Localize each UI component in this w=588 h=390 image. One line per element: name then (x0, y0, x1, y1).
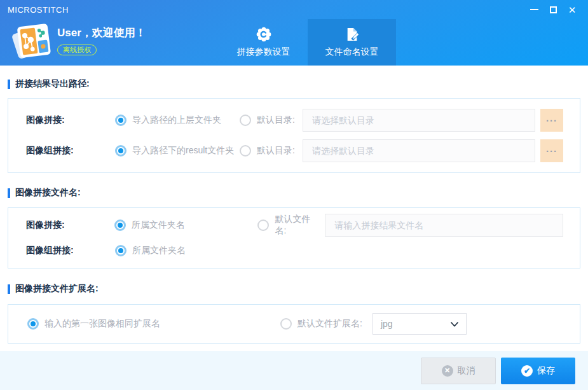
panel-export-path: 图像拼接: 导入路径的上层文件夹 默认目录: ··· 图像组拼接: 导入路径下的… (8, 98, 580, 173)
minimize-button[interactable] (524, 2, 544, 17)
extension-select[interactable]: jpg (373, 313, 467, 335)
default-dir-input[interactable] (303, 139, 535, 162)
maximize-button[interactable] (544, 2, 563, 17)
tab-stitch-params[interactable]: 拼接参数设置 (219, 19, 308, 66)
radio-label[interactable]: 导入路径下的result文件夹 (132, 145, 234, 157)
section-title-export-path: 拼接结果导出路径: (8, 78, 580, 90)
app-logo-icon (11, 22, 53, 61)
gear-icon (256, 27, 271, 42)
app-window: MICROSTITCH ✕ (0, 0, 588, 390)
footer-bar: ✕ 取消 ✔ 保存 (0, 351, 588, 390)
radio-default-dir[interactable] (240, 145, 251, 157)
maximize-icon (550, 6, 557, 13)
radio-label[interactable]: 默认文件扩展名: (297, 318, 362, 330)
cancel-x-icon: ✕ (442, 365, 453, 377)
cancel-button[interactable]: ✕ 取消 (421, 358, 496, 384)
radio-default-dir[interactable] (240, 115, 251, 126)
option-upper-folder: 导入路径的上层文件夹 (115, 115, 240, 126)
minimize-icon (530, 9, 538, 10)
radio-default-extension[interactable] (280, 318, 292, 330)
section-bar (8, 80, 10, 89)
app-title: MICROSTITCH (8, 5, 69, 15)
row-image-stitch-name: 图像拼接: 所属文件夹名 默认文件名: (26, 212, 563, 238)
tab-label: 文件命名设置 (325, 46, 379, 58)
titlebar: MICROSTITCH ✕ (0, 0, 588, 19)
section-title-text: 拼接结果导出路径: (15, 78, 90, 90)
tab-file-naming[interactable]: 文件命名设置 (308, 19, 396, 66)
close-button[interactable]: ✕ (563, 2, 582, 17)
panel-file-name: 图像拼接: 所属文件夹名 默认文件名: 图像组拼接: 所属文件夹名 (8, 207, 580, 268)
top-blue-area: MICROSTITCH ✕ (0, 0, 588, 66)
radio-label[interactable]: 所属文件夹名 (132, 245, 186, 256)
section-title-file-name: 图像拼接文件名: (8, 187, 580, 198)
radio-label[interactable]: 默认目录: (257, 115, 295, 126)
tab-bar: 拼接参数设置 文件命名设置 (219, 19, 396, 66)
welcome-block: User，欢迎使用！ 离线授权 (57, 25, 146, 55)
save-label: 保存 (537, 365, 555, 377)
row-label: 图像组拼接: (26, 245, 115, 256)
extension-select-value: jpg (381, 319, 393, 329)
welcome-text: User，欢迎使用！ (57, 25, 146, 40)
default-name-input[interactable] (325, 214, 563, 237)
browse-button[interactable]: ··· (540, 139, 563, 162)
panel-extension: 输入的第一张图像相同扩展名 默认文件扩展名: jpg (8, 304, 580, 344)
option-default-name: 默认文件名: (257, 214, 321, 237)
save-button[interactable]: ✔ 保存 (501, 358, 575, 384)
radio-label[interactable]: 默认文件名: (275, 214, 321, 237)
default-dir-input[interactable] (303, 109, 535, 132)
row-label: 图像拼接: (26, 219, 114, 231)
option-result-folder: 导入路径下的result文件夹 (115, 145, 240, 157)
row-image-stitch-path: 图像拼接: 导入路径的上层文件夹 默认目录: ··· (26, 105, 563, 136)
save-check-icon: ✔ (521, 365, 533, 377)
option-default-dir: 默认目录: (240, 115, 295, 126)
row-group-stitch-path: 图像组拼接: 导入路径下的result文件夹 默认目录: ··· (26, 136, 563, 166)
option-same-extension: 输入的第一张图像相同扩展名 (27, 318, 280, 330)
radio-result-folder[interactable] (115, 145, 126, 157)
tab-label: 拼接参数设置 (237, 46, 291, 58)
option-folder-name: 所属文件夹名 (115, 245, 260, 256)
header: User，欢迎使用！ 离线授权 (0, 19, 588, 66)
cancel-label: 取消 (458, 365, 475, 377)
radio-label[interactable]: 默认目录: (257, 145, 295, 157)
option-default-extension: 默认文件扩展名: jpg (280, 313, 467, 335)
option-folder-name: 所属文件夹名 (114, 219, 258, 231)
radio-same-extension[interactable] (27, 318, 39, 330)
section-bar (8, 284, 10, 294)
section-title-text: 图像拼接文件扩展名: (15, 283, 99, 295)
settings-content: 拼接结果导出路径: 图像拼接: 导入路径的上层文件夹 默认目录: ··· 图像组… (0, 78, 588, 344)
document-edit-icon (345, 27, 360, 42)
radio-label[interactable]: 所属文件夹名 (132, 219, 185, 231)
window-controls: ✕ (524, 2, 582, 17)
option-default-dir: 默认目录: (240, 145, 295, 157)
section-title-text: 图像拼接文件名: (15, 187, 81, 198)
row-label: 图像拼接: (26, 115, 115, 126)
row-group-stitch-name: 图像组拼接: 所属文件夹名 (26, 238, 563, 263)
radio-default-name[interactable] (257, 219, 269, 231)
chevron-down-icon (451, 319, 458, 329)
row-label: 图像组拼接: (26, 145, 115, 157)
radio-folder-name[interactable] (114, 219, 126, 231)
radio-folder-name-group[interactable] (115, 245, 126, 256)
section-title-extension: 图像拼接文件扩展名: (8, 283, 580, 295)
radio-label[interactable]: 导入路径的上层文件夹 (132, 115, 221, 126)
license-badge: 离线授权 (57, 45, 97, 55)
radio-upper-folder[interactable] (115, 115, 126, 126)
radio-label[interactable]: 输入的第一张图像相同扩展名 (44, 318, 160, 330)
browse-button[interactable]: ··· (540, 109, 563, 132)
section-bar (8, 188, 10, 198)
